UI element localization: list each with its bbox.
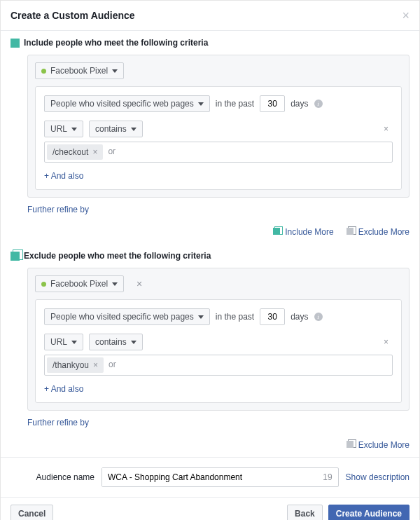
include-url-tag-text: /checkout bbox=[52, 147, 88, 157]
include-rule-block: Facebook Pixel People who visited specif… bbox=[27, 55, 410, 198]
exclude-section-header: Exclude people who meet the following cr… bbox=[10, 251, 410, 261]
exclude-url-tag-text: /thankyou bbox=[52, 360, 89, 370]
pixel-status-dot-icon bbox=[41, 282, 46, 287]
cancel-button[interactable]: Cancel bbox=[10, 505, 53, 520]
include-past-prefix: in the past bbox=[216, 99, 254, 109]
exclude-days-input[interactable] bbox=[260, 308, 285, 325]
exclude-visitor-type-select[interactable]: People who visited specific web pages bbox=[44, 308, 210, 325]
modal-body-exclude: Exclude people who meet the following cr… bbox=[1, 244, 419, 430]
exclude-only-more-row: Exclude More bbox=[1, 430, 419, 457]
exclude-visitor-row: People who visited specific web pages in… bbox=[44, 308, 393, 325]
include-match-type-select[interactable]: contains bbox=[89, 121, 143, 137]
chevron-down-icon bbox=[198, 315, 204, 319]
close-icon[interactable]: × bbox=[402, 9, 410, 22]
include-and-also-link[interactable]: + And also bbox=[44, 171, 83, 181]
include-section-header: Include people who meet the following cr… bbox=[10, 38, 410, 48]
include-or-hint: or bbox=[105, 142, 118, 162]
include-remove-row-icon[interactable]: × bbox=[379, 124, 393, 134]
chevron-down-icon bbox=[131, 128, 136, 131]
exclude-and-also-link[interactable]: + And also bbox=[44, 384, 83, 394]
exclude-remove-row-icon[interactable]: × bbox=[379, 337, 393, 347]
info-icon[interactable]: i bbox=[314, 313, 323, 321]
include-visitor-row: People who visited specific web pages in… bbox=[44, 95, 393, 112]
include-more-icon bbox=[273, 228, 281, 236]
include-visitor-type-label: People who visited specific web pages bbox=[50, 99, 194, 109]
include-refine-link[interactable]: Further refine by bbox=[27, 205, 89, 214]
exclude-source-row: Facebook Pixel × bbox=[35, 275, 402, 292]
exclude-refine-link[interactable]: Further refine by bbox=[27, 418, 89, 427]
custom-audience-modal: Create a Custom Audience × Include peopl… bbox=[0, 0, 420, 520]
modal-body: Include people who meet the following cr… bbox=[1, 31, 419, 217]
exclude-visitor-type-label: People who visited specific web pages bbox=[50, 312, 194, 322]
modal-header: Create a Custom Audience × bbox=[1, 1, 419, 31]
include-url-tag: /checkout × bbox=[47, 144, 103, 160]
exclude-past-prefix: in the past bbox=[216, 312, 254, 322]
audience-name-label: Audience name bbox=[10, 472, 94, 482]
chevron-down-icon bbox=[71, 128, 77, 131]
include-url-field-row: URL contains × bbox=[44, 121, 393, 137]
chevron-down-icon bbox=[112, 69, 118, 73]
include-more-text: Include More bbox=[285, 227, 333, 237]
include-url-field-label: URL bbox=[50, 124, 67, 134]
exclude-more-link-bottom[interactable]: Exclude More bbox=[346, 440, 410, 450]
chevron-down-icon bbox=[198, 102, 204, 106]
exclude-url-tag-remove-icon[interactable]: × bbox=[93, 360, 98, 370]
audience-name-row: Audience name 19 Show description bbox=[1, 457, 419, 497]
include-section-title: Include people who meet the following cr… bbox=[24, 38, 208, 48]
include-criteria-box: People who visited specific web pages in… bbox=[35, 86, 402, 190]
include-source-label: Facebook Pixel bbox=[50, 66, 108, 76]
include-visitor-type-select[interactable]: People who visited specific web pages bbox=[44, 95, 210, 112]
exclude-more-link-top[interactable]: Exclude More bbox=[346, 227, 410, 237]
include-url-values-input[interactable]: /checkout × or bbox=[44, 142, 393, 163]
back-button[interactable]: Back bbox=[287, 505, 323, 520]
chevron-down-icon bbox=[131, 341, 136, 344]
exclude-url-field-label: URL bbox=[50, 337, 67, 347]
exclude-icon bbox=[10, 252, 20, 261]
include-url-tag-remove-icon[interactable]: × bbox=[92, 147, 97, 157]
exclude-match-type-label: contains bbox=[95, 337, 127, 347]
include-days-input[interactable] bbox=[260, 95, 285, 112]
exclude-more-text-top: Exclude More bbox=[358, 227, 410, 237]
chevron-down-icon bbox=[112, 282, 118, 286]
exclude-match-type-select[interactable]: contains bbox=[89, 334, 143, 350]
include-icon bbox=[10, 39, 20, 48]
exclude-more-icon bbox=[346, 441, 355, 449]
include-url-field-select[interactable]: URL bbox=[44, 121, 83, 137]
exclude-section-title: Exclude people who meet the following cr… bbox=[24, 251, 211, 261]
exclude-more-icon bbox=[346, 228, 355, 236]
audience-name-input[interactable] bbox=[102, 468, 317, 486]
audience-name-char-count: 19 bbox=[317, 472, 337, 482]
modal-footer: Cancel Back Create Audience bbox=[1, 497, 419, 520]
exclude-url-field-row: URL contains × bbox=[44, 334, 393, 350]
create-audience-button[interactable]: Create Audience bbox=[328, 505, 410, 520]
exclude-or-hint: or bbox=[106, 355, 119, 375]
exclude-url-values-input[interactable]: /thankyou × or bbox=[44, 355, 393, 376]
exclude-past-suffix: days bbox=[290, 312, 308, 322]
audience-name-field-wrap: 19 bbox=[102, 467, 339, 487]
exclude-rule-block: Facebook Pixel × People who visited spec… bbox=[27, 268, 410, 411]
exclude-block-remove-icon[interactable]: × bbox=[132, 278, 146, 289]
exclude-criteria-box: People who visited specific web pages in… bbox=[35, 299, 402, 403]
include-more-row: Include More Exclude More bbox=[1, 217, 419, 244]
pixel-status-dot-icon bbox=[41, 69, 46, 74]
include-match-type-label: contains bbox=[95, 124, 127, 134]
exclude-source-label: Facebook Pixel bbox=[50, 279, 108, 289]
include-source-select[interactable]: Facebook Pixel bbox=[35, 62, 124, 79]
show-description-link[interactable]: Show description bbox=[346, 472, 410, 482]
exclude-source-select[interactable]: Facebook Pixel bbox=[35, 275, 124, 292]
chevron-down-icon bbox=[71, 341, 77, 344]
include-source-row: Facebook Pixel bbox=[35, 62, 402, 79]
info-icon[interactable]: i bbox=[314, 100, 323, 108]
include-more-link[interactable]: Include More bbox=[273, 227, 333, 237]
modal-title: Create a Custom Audience bbox=[10, 10, 135, 21]
include-past-suffix: days bbox=[290, 99, 308, 109]
exclude-url-tag: /thankyou × bbox=[47, 357, 104, 373]
exclude-url-field-select[interactable]: URL bbox=[44, 334, 83, 350]
exclude-more-text-bottom: Exclude More bbox=[358, 440, 410, 450]
